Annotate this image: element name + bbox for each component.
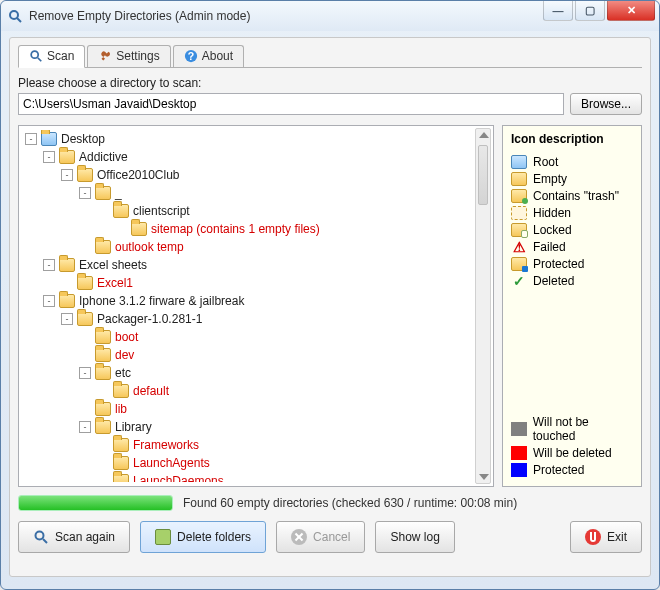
color-swatch-gray	[511, 422, 527, 436]
tree-node[interactable]: boot	[25, 328, 473, 346]
tree-node[interactable]: -Excel sheets	[25, 256, 473, 274]
empty-icon	[511, 172, 527, 186]
browse-button[interactable]: Browse...	[570, 93, 642, 115]
scan-again-button[interactable]: Scan again	[18, 521, 130, 553]
tree-node-label: Iphone 3.1.2 firware & jailbreak	[79, 292, 244, 310]
help-icon: ?	[184, 49, 198, 63]
legend-title: Icon description	[511, 132, 633, 146]
tree-node[interactable]: Frameworks	[25, 436, 473, 454]
expander-icon[interactable]: -	[79, 187, 91, 199]
vertical-scrollbar[interactable]	[475, 128, 491, 484]
maximize-button[interactable]: ▢	[575, 1, 605, 21]
show-log-button[interactable]: Show log	[375, 521, 454, 553]
close-button[interactable]: ✕	[607, 1, 655, 21]
tree-node[interactable]: -_	[25, 184, 473, 202]
tree-node[interactable]: -Packager-1.0.281-1	[25, 310, 473, 328]
deleted-icon: ✓	[511, 274, 527, 288]
tree-node-label: lib	[115, 400, 127, 418]
trash-icon	[511, 189, 527, 203]
expander-icon	[97, 385, 109, 397]
scrollbar-thumb[interactable]	[478, 145, 488, 205]
tree-node[interactable]: dev	[25, 346, 473, 364]
legend-label: Failed	[533, 240, 566, 254]
tab-scan[interactable]: Scan	[18, 45, 85, 68]
tree-node-label: Frameworks	[133, 436, 199, 454]
wrench-icon	[98, 49, 112, 63]
tree-node[interactable]: default	[25, 382, 473, 400]
button-label: Scan again	[55, 530, 115, 544]
tree-node[interactable]: -Iphone 3.1.2 firware & jailbreak	[25, 292, 473, 310]
tab-label: Settings	[116, 49, 159, 63]
legend-swatch-label: Protected	[533, 463, 584, 477]
window-title: Remove Empty Directories (Admin mode)	[29, 9, 250, 23]
tab-settings[interactable]: Settings	[87, 45, 170, 67]
expander-icon	[79, 331, 91, 343]
app-icon	[7, 8, 23, 24]
delete-folders-button[interactable]: Delete folders	[140, 521, 266, 553]
tree-node[interactable]: -Addictive	[25, 148, 473, 166]
cancel-button[interactable]: Cancel	[276, 521, 365, 553]
svg-line-7	[43, 539, 47, 543]
expander-icon[interactable]: -	[61, 313, 73, 325]
folder-icon	[113, 474, 129, 482]
tree-node[interactable]: sitemap (contains 1 empty files)	[25, 220, 473, 238]
legend-label: Protected	[533, 257, 584, 271]
tree-node-label: outlook temp	[115, 238, 184, 256]
svg-line-1	[17, 18, 21, 22]
folder-icon	[95, 420, 111, 434]
folder-icon	[131, 222, 147, 236]
failed-icon: ⚠	[511, 240, 527, 254]
legend-swatch-label: Will be deleted	[533, 446, 612, 460]
folder-icon	[59, 294, 75, 308]
tree-node[interactable]: -Library	[25, 418, 473, 436]
expander-icon[interactable]: -	[79, 367, 91, 379]
legend-label: Locked	[533, 223, 572, 237]
tree-node-label: Excel1	[97, 274, 133, 292]
expander-icon[interactable]: -	[43, 295, 55, 307]
titlebar[interactable]: Remove Empty Directories (Admin mode) — …	[1, 1, 659, 31]
tree-node[interactable]: clientscript	[25, 202, 473, 220]
tree-node[interactable]: Excel1	[25, 274, 473, 292]
legend-swatch-row: Will be deleted	[511, 446, 633, 460]
tree-node-label: LaunchDaemons	[133, 472, 224, 482]
expander-icon[interactable]: -	[61, 169, 73, 181]
client-area: Scan Settings ? About Please choose a di…	[9, 37, 651, 577]
tree-node[interactable]: -Desktop	[25, 130, 473, 148]
folder-icon	[95, 402, 111, 416]
expander-icon	[79, 349, 91, 361]
folder-icon	[59, 258, 75, 272]
directory-input[interactable]	[18, 93, 564, 115]
folder-icon	[95, 348, 111, 362]
trash-icon	[155, 529, 171, 545]
locked-icon	[511, 223, 527, 237]
expander-icon[interactable]: -	[25, 133, 37, 145]
svg-point-0	[10, 11, 18, 19]
tree-node[interactable]: -etc	[25, 364, 473, 382]
tree-node-label: Library	[115, 418, 152, 436]
tree-node[interactable]: LaunchDaemons	[25, 472, 473, 482]
exit-button[interactable]: Exit	[570, 521, 642, 553]
app-window: Remove Empty Directories (Admin mode) — …	[0, 0, 660, 590]
progress-fill	[19, 496, 172, 510]
tree-node[interactable]: -Office2010Club	[25, 166, 473, 184]
tab-about[interactable]: ? About	[173, 45, 244, 67]
minimize-button[interactable]: —	[543, 1, 573, 21]
expander-icon	[97, 457, 109, 469]
button-label: Cancel	[313, 530, 350, 544]
expander-icon[interactable]: -	[43, 259, 55, 271]
legend-row: Empty	[511, 172, 633, 186]
folder-icon	[113, 204, 129, 218]
tree-node-label: default	[133, 382, 169, 400]
tree-node-label: clientscript	[133, 202, 190, 220]
tree-node[interactable]: outlook temp	[25, 238, 473, 256]
tree-node[interactable]: LaunchAgents	[25, 454, 473, 472]
legend-row: Contains "trash"	[511, 189, 633, 203]
legend-row: Root	[511, 155, 633, 169]
expander-icon[interactable]: -	[79, 421, 91, 433]
cancel-icon	[291, 529, 307, 545]
tree-pane[interactable]: -Desktop-Addictive-Office2010Club-_clien…	[18, 125, 494, 487]
expander-icon	[79, 403, 91, 415]
expander-icon[interactable]: -	[43, 151, 55, 163]
tree-node[interactable]: lib	[25, 400, 473, 418]
progress-bar	[18, 495, 173, 511]
